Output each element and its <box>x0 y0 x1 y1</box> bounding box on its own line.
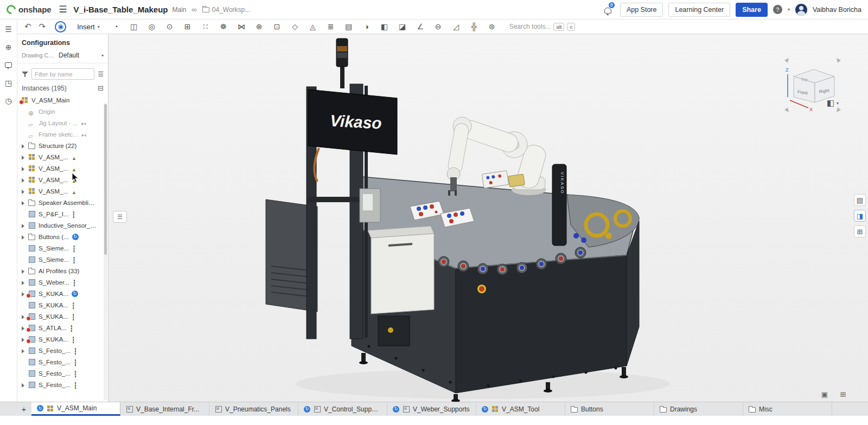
document-tab[interactable]: V_ASM_Tool <box>476 402 565 416</box>
expand-chevron-icon[interactable] <box>22 232 27 242</box>
bom-panel-icon[interactable]: ▤ <box>854 194 866 206</box>
measure-icon[interactable]: ∠ <box>415 21 426 32</box>
filter-by-name-input[interactable] <box>31 68 94 80</box>
tree-item[interactable]: Origin <box>17 106 108 117</box>
snapshot-icon[interactable]: ◇ <box>290 21 301 32</box>
comments-icon[interactable] <box>2 59 15 71</box>
view-cube[interactable]: Top Front Right Z X <box>780 45 845 126</box>
mate-icon[interactable]: ◔ <box>111 21 122 32</box>
share-button[interactable]: Share <box>736 3 768 17</box>
tree-item[interactable]: Buttons (... <box>17 231 108 242</box>
revolute-mate-icon[interactable]: ◎ <box>146 21 157 32</box>
configuration-panel-icon[interactable]: ⊞ <box>854 226 866 237</box>
list-options-icon[interactable]: ☰ <box>98 70 104 78</box>
undo-icon[interactable]: ↶ <box>24 22 31 31</box>
tree-item[interactable]: Frame sketc... <box>17 128 108 140</box>
document-tab[interactable]: Buttons <box>565 402 654 416</box>
tree-item[interactable]: V_ASM_... <box>17 151 108 163</box>
named-positions-icon[interactable]: ≣ <box>326 21 336 32</box>
planar-mate-icon[interactable]: ⊞ <box>182 21 193 32</box>
tree-item[interactable]: S_Sieme... <box>17 242 108 254</box>
group-icon[interactable]: ◫ <box>129 21 139 32</box>
tree-item[interactable]: S_KUKA... <box>17 311 108 322</box>
expand-chevron-icon[interactable] <box>22 198 27 208</box>
tree-item[interactable]: S_KUKA... <box>17 288 108 299</box>
onshape-logo-icon[interactable] <box>5 3 18 16</box>
link-icon[interactable]: ∞ <box>192 5 197 14</box>
tree-item[interactable]: Structure (22) <box>17 140 108 151</box>
appearance-icon[interactable]: ◑ <box>361 21 372 32</box>
document-tab[interactable]: V_Weber_Supports <box>387 402 476 416</box>
help-icon[interactable]: ? <box>773 5 782 14</box>
history-icon[interactable]: ◷ <box>2 95 15 107</box>
view-cube-top-label[interactable]: Top <box>801 77 808 82</box>
mate-connector-icon[interactable]: ⊕ <box>254 21 265 32</box>
viewport-3d-scene[interactable]: Vikaso <box>108 34 868 402</box>
fasten-mate-icon[interactable]: ⊙ <box>164 21 175 32</box>
workspace-branch[interactable]: Main <box>173 6 187 14</box>
tree-item[interactable]: V_ASM_Main <box>17 94 108 106</box>
exploded-view-icon[interactable]: ◬ <box>308 21 318 32</box>
graphics-area[interactable]: Vikaso <box>108 34 868 402</box>
learning-center-button[interactable]: Learning Center <box>668 3 730 17</box>
tree-item[interactable]: V_ASM_... <box>17 185 108 197</box>
expand-chevron-icon[interactable] <box>22 380 27 390</box>
document-tab[interactable]: Misc <box>743 402 832 416</box>
mass-properties-icon[interactable]: ⊖ <box>433 21 444 32</box>
expand-chevron-icon[interactable] <box>22 266 27 276</box>
hole-icon[interactable]: ⊚ <box>487 21 497 32</box>
expand-chevron-icon[interactable] <box>22 186 27 196</box>
panel-scrollbar[interactable] <box>104 103 107 400</box>
document-tab[interactable]: Drawings <box>654 402 743 416</box>
tree-item[interactable]: V_ASM_... <box>17 174 108 185</box>
workspace-folder-label[interactable]: 04_Worksp... <box>212 6 250 14</box>
document-tab[interactable]: V_Control_Supports <box>298 402 387 416</box>
tree-item[interactable]: S_P&F_I... <box>17 208 108 220</box>
tree-options-icon[interactable]: ⊟ <box>98 84 104 92</box>
document-tab[interactable]: V_Base_Internal_Fr... <box>120 402 209 416</box>
tree-item[interactable]: Al Profiles (33) <box>17 265 108 276</box>
mirror-icon[interactable]: ⋈ <box>236 21 247 32</box>
transform-icon[interactable]: ⊕ <box>2 41 15 53</box>
document-tab[interactable]: V_ASM_Main <box>31 402 120 416</box>
view-display-mode-button[interactable]: ◧ ▾ <box>827 98 839 108</box>
main-menu-icon[interactable]: ☰ <box>59 4 67 15</box>
tree-item[interactable]: S_Festo_... <box>17 368 108 379</box>
add-tab-button[interactable]: + <box>16 402 31 416</box>
tree-item[interactable]: S_KUKA... <box>17 333 108 345</box>
tree-item[interactable]: S_KUKA... <box>17 299 108 311</box>
tree-item[interactable]: S_ATLA... <box>17 322 108 333</box>
grid-snapshot-icon[interactable]: ⊞ <box>838 389 848 400</box>
bom-icon[interactable]: ▤ <box>343 21 354 32</box>
expand-chevron-icon[interactable] <box>22 175 27 185</box>
expand-chevron-icon[interactable] <box>22 152 27 162</box>
linear-pattern-icon[interactable]: ∷ <box>200 21 211 32</box>
tree-item[interactable]: Inductive_Sensor_x... <box>17 220 108 231</box>
search-tools-button[interactable]: Search tools... alt c <box>509 23 576 31</box>
app-store-button[interactable]: App Store <box>620 3 663 17</box>
instances-list-toggle[interactable]: ☰ <box>113 211 127 223</box>
scrollbar-thumb[interactable] <box>104 104 107 255</box>
frame-icon[interactable]: ╬ <box>469 21 480 32</box>
parts-cube-icon[interactable]: ◳ <box>2 77 15 89</box>
expand-chevron-icon[interactable] <box>22 346 27 356</box>
circular-pattern-icon[interactable]: ☸ <box>218 21 229 32</box>
help-caret-icon[interactable]: ▾ <box>788 7 790 12</box>
document-title[interactable]: V_i-Base_Table_Makeup <box>74 5 168 14</box>
print-icon[interactable]: ▣ <box>819 389 830 400</box>
tree-item[interactable]: S_Festo_... <box>17 356 108 368</box>
config-caret-icon[interactable]: ▾ <box>101 53 104 58</box>
onshape-wordmark[interactable]: onshape <box>18 5 51 14</box>
named-views-icon[interactable]: ◨ <box>854 210 866 222</box>
section-view-icon[interactable]: ◪ <box>397 21 408 32</box>
tree-item[interactable]: S_Sieme... <box>17 254 108 265</box>
drawing-config-select[interactable]: Default <box>59 51 99 59</box>
user-avatar[interactable] <box>795 4 807 16</box>
sheet-metal-icon[interactable]: ◿ <box>451 21 462 32</box>
redo-icon[interactable]: ↷ <box>39 22 46 31</box>
expand-chevron-icon[interactable] <box>22 164 27 173</box>
replicate-icon[interactable]: ⊡ <box>272 21 283 32</box>
tree-item[interactable]: V_ASM_... <box>17 163 108 174</box>
display-states-icon[interactable]: ◧ <box>379 21 390 32</box>
expand-chevron-icon[interactable] <box>22 278 27 287</box>
